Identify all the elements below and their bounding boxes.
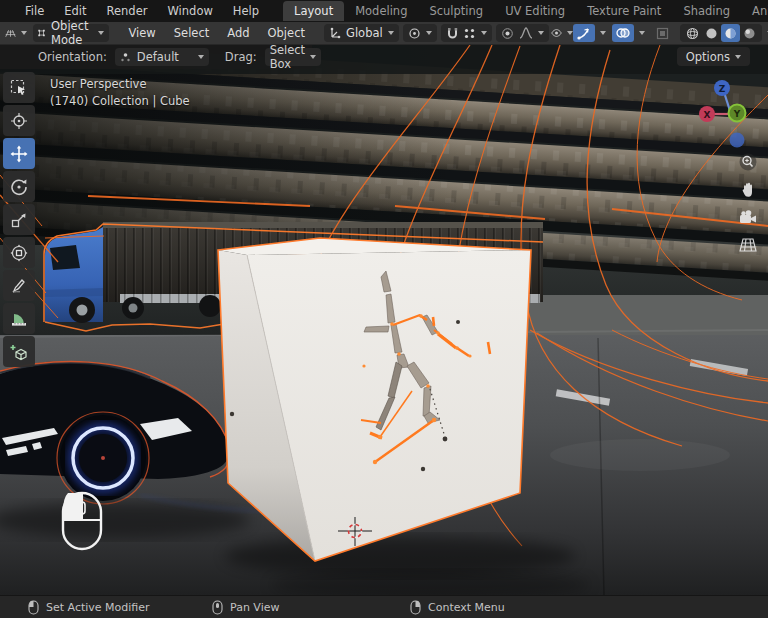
tab-sculpting[interactable]: Sculpting [418, 1, 494, 21]
tool-settings-bar: Orientation: Default Drag: Select Box Op… [0, 45, 768, 69]
shading-solid-button[interactable] [702, 24, 721, 42]
menu-render[interactable]: Render [97, 2, 158, 20]
object-mode-icon [38, 27, 45, 39]
xray-icon [656, 27, 669, 40]
menu-help[interactable]: Help [223, 2, 269, 20]
chevron-down-icon [481, 31, 487, 35]
pivot-point-icon [408, 27, 421, 40]
tool-scale[interactable] [3, 204, 35, 235]
transform-orientation-dropdown[interactable]: Global [324, 24, 399, 42]
show-overlays-toggle[interactable] [612, 24, 634, 42]
mouse-right-icon [410, 600, 421, 615]
svg-text:Z: Z [719, 84, 726, 94]
proportional-editing-group[interactable] [496, 24, 549, 42]
chevron-down-icon [735, 55, 741, 59]
chevron-down-icon [426, 31, 432, 35]
status-hint-label: Context Menu [428, 601, 505, 614]
material-sphere-icon [724, 27, 737, 40]
workspace-tabs: Layout Modeling Sculpting UV Editing Tex… [283, 1, 768, 21]
chevron-down-icon [567, 31, 573, 35]
chevron-down-icon [538, 31, 544, 35]
navigation-gizmo[interactable]: Z X Y [692, 76, 764, 152]
shading-wireframe-button[interactable] [683, 24, 702, 42]
topbar: File Edit Render Window Help Layout Mode… [0, 0, 768, 22]
tab-texture-paint[interactable]: Texture Paint [576, 1, 672, 21]
snap-magnet-icon [446, 27, 459, 40]
status-hint-mmb: Pan View [212, 596, 279, 618]
status-hint-rmb: Context Menu [410, 596, 505, 618]
tab-uv-editing[interactable]: UV Editing [494, 1, 576, 21]
blender-window: File Edit Render Window Help Layout Mode… [0, 0, 768, 618]
tool-add-cube[interactable] [3, 336, 35, 367]
pivot-point-dropdown[interactable] [403, 24, 437, 42]
chevron-down-icon [310, 55, 316, 59]
tool-orientation-dropdown[interactable]: Default [115, 48, 209, 66]
chevron-down-icon [388, 31, 394, 35]
shading-rendered-button[interactable] [740, 24, 759, 42]
mouse-middle-icon [212, 600, 223, 615]
options-dropdown[interactable]: Options [677, 47, 750, 66]
orientation-axes-icon [329, 27, 341, 39]
tab-layout[interactable]: Layout [283, 1, 344, 21]
status-hint-lmb: Set Active Modifier [28, 596, 150, 618]
menu-edit[interactable]: Edit [54, 2, 96, 20]
mouse-left-icon [28, 600, 39, 615]
menu-select[interactable]: Select [165, 24, 218, 42]
tool-move[interactable] [3, 138, 35, 169]
tab-modeling[interactable]: Modeling [344, 1, 418, 21]
status-hint-label: Set Active Modifier [46, 601, 150, 614]
overlays-icon [616, 27, 630, 39]
mode-selector-label: Object Mode [51, 19, 93, 47]
chevron-down-icon [600, 31, 606, 35]
orientation-value: Global [346, 26, 383, 40]
shading-material-button[interactable] [721, 24, 740, 42]
options-label: Options [686, 50, 730, 64]
viewport-header: Object Mode View Select Add Object Globa… [0, 22, 768, 45]
active-object-text: (1740) Collection | Cube [50, 93, 190, 110]
svg-text:X: X [704, 110, 711, 120]
menu-window[interactable]: Window [157, 2, 222, 20]
snapping-group[interactable] [441, 24, 492, 42]
menu-add[interactable]: Add [218, 24, 258, 42]
tab-animation[interactable]: Animation [741, 1, 768, 21]
svg-text:Y: Y [733, 109, 741, 119]
drag-mode-value: Select Box [270, 43, 305, 71]
orientation-label: Orientation: [38, 50, 107, 64]
menu-view[interactable]: View [119, 24, 164, 42]
status-hint-label: Pan View [230, 601, 279, 614]
proportional-editing-icon [501, 27, 514, 40]
chevron-down-icon [198, 55, 204, 59]
solid-sphere-icon [705, 27, 718, 40]
rendered-sphere-icon [743, 27, 756, 40]
tool-cursor[interactable] [3, 105, 35, 136]
drag-mode-dropdown[interactable]: Select Box [265, 48, 321, 66]
menu-object[interactable]: Object [259, 24, 314, 42]
orientation-dot-icon [120, 52, 131, 63]
visibility-eye-icon [551, 27, 562, 39]
show-gizmo-toggle[interactable] [573, 24, 595, 42]
perspective-toggle-button[interactable] [736, 233, 760, 257]
tool-shelf [3, 72, 37, 367]
view-name-text: User Perspective [50, 76, 190, 93]
tab-shading[interactable]: Shading [672, 1, 741, 21]
chevron-down-icon [98, 31, 104, 35]
tool-measure[interactable] [3, 303, 35, 334]
menu-file[interactable]: File [15, 2, 54, 20]
pan-view-button[interactable] [736, 178, 760, 202]
mouse-indicator-overlay [60, 490, 104, 552]
gizmo-z-negative-axis[interactable] [730, 133, 745, 148]
snap-to-icon [463, 27, 476, 40]
falloff-curve-icon [519, 27, 533, 39]
camera-view-button[interactable] [736, 206, 760, 230]
shading-mode-group [680, 24, 762, 42]
editor-type-button[interactable] [5, 24, 27, 42]
tool-rotate[interactable] [3, 171, 35, 202]
zoom-view-button[interactable] [736, 150, 760, 174]
mode-selector[interactable]: Object Mode [33, 24, 109, 42]
xray-toggle[interactable] [652, 24, 674, 42]
tool-annotate[interactable] [3, 270, 35, 301]
tool-transform[interactable] [3, 237, 35, 268]
tool-select-box[interactable] [3, 72, 35, 103]
drag-label: Drag: [225, 50, 257, 64]
show-object-types-button[interactable] [551, 24, 573, 42]
